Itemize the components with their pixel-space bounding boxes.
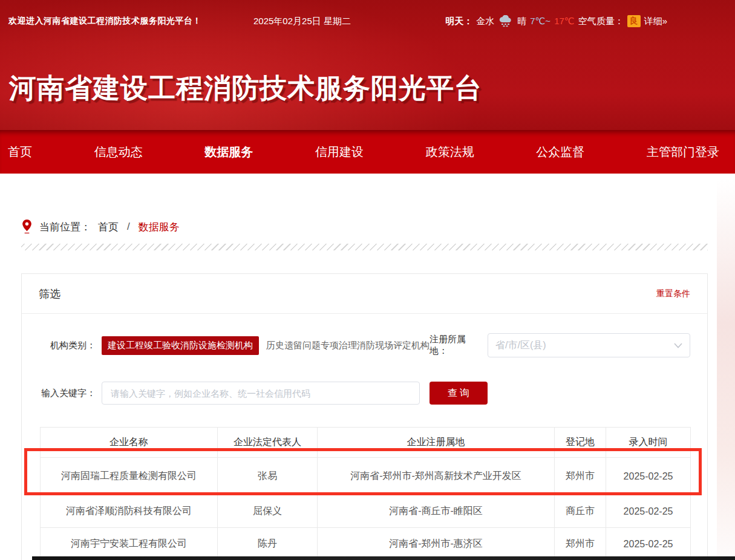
welcome-text: 欢迎进入河南省建设工程消防技术服务阳光平台！ bbox=[8, 16, 201, 27]
aqi-badge: 良 bbox=[627, 15, 641, 27]
category-chip-selected[interactable]: 建设工程竣工验收消防设施检测机构 bbox=[102, 336, 259, 355]
cell-entry-date: 2025-02-25 bbox=[606, 458, 691, 495]
col-company-name: 企业名称 bbox=[41, 428, 218, 458]
search-button[interactable]: 查 询 bbox=[430, 382, 488, 405]
keyword-input[interactable] bbox=[102, 382, 420, 405]
col-registered-region: 企业注册属地 bbox=[318, 428, 555, 458]
region-label: 注册所属地： bbox=[430, 334, 482, 357]
cell-company-name: 河南宇宁安装工程有限公司 bbox=[41, 528, 218, 560]
breadcrumb-label: 当前位置： bbox=[39, 220, 91, 234]
cell-registered-region: 河南省-商丘市-睢阳区 bbox=[318, 495, 555, 528]
company-table: 企业名称 企业法定代表人 企业注册属地 登记地 录入时间 河南固瑞工程质量检测有… bbox=[40, 427, 691, 560]
weather-detail-link[interactable]: 详细» bbox=[644, 16, 667, 27]
keyword-filter-row: 输入关键字： 查 询 bbox=[22, 382, 690, 405]
filter-title: 筛选 bbox=[39, 287, 60, 301]
category-chip-unselected[interactable]: 历史遗留问题专项治理消防现场评定机构 bbox=[266, 340, 430, 351]
region-select-placeholder: 省/市/区(县) bbox=[495, 339, 674, 352]
top-bar: 欢迎进入河南省建设工程消防技术服务阳光平台！ 2025年02月25日 星期二 明… bbox=[0, 0, 735, 42]
date-text: 2025年02月25日 星期二 bbox=[253, 16, 351, 27]
table-row: 河南固瑞工程质量检测有限公司 张易 河南省-郑州市-郑州高新技术产业开发区 郑州… bbox=[41, 458, 691, 495]
nav-item-admin-login[interactable]: 主管部门登录 bbox=[647, 144, 719, 160]
col-registration-place: 登记地 bbox=[555, 428, 606, 458]
cell-registration-place: 商丘市 bbox=[555, 495, 606, 528]
cell-legal-representative: 陈丹 bbox=[218, 528, 318, 560]
right-edge-gradient bbox=[717, 178, 735, 560]
weather-tomorrow-label: 明天： bbox=[445, 16, 472, 27]
hatch-divider bbox=[21, 244, 708, 250]
cell-entry-date: 2025-02-25 bbox=[606, 528, 691, 560]
nav-item-news[interactable]: 信息动态 bbox=[94, 144, 143, 160]
temp-high: 17℃ bbox=[554, 16, 575, 27]
nav-item-home[interactable]: 首页 bbox=[8, 144, 32, 160]
filter-panel-header: 筛选 重置条件 bbox=[22, 274, 707, 314]
cell-registration-place: 郑州市 bbox=[555, 458, 606, 495]
table-row: 河南宇宁安装工程有限公司 陈丹 河南省-郑州市-惠济区 郑州市 2025-02-… bbox=[41, 528, 691, 560]
temp-low: 7℃~ bbox=[530, 16, 550, 27]
breadcrumb-home-link[interactable]: 首页 bbox=[98, 220, 119, 234]
cell-legal-representative: 张易 bbox=[218, 458, 318, 495]
location-pin-icon bbox=[22, 219, 32, 235]
weather-condition: 晴 bbox=[517, 16, 526, 27]
filter-panel: 筛选 重置条件 机构类别： 建设工程竣工验收消防设施检测机构 历史遗留问题专项治… bbox=[21, 273, 708, 560]
cell-entry-date: 2025-02-25 bbox=[606, 495, 691, 528]
category-label: 机构类别： bbox=[22, 340, 96, 351]
cell-registered-region: 河南省-郑州市-惠济区 bbox=[318, 528, 555, 560]
col-entry-date: 录入时间 bbox=[606, 428, 691, 458]
nav-item-credit[interactable]: 信用建设 bbox=[315, 144, 364, 160]
cell-company-name: 河南固瑞工程质量检测有限公司 bbox=[41, 458, 218, 495]
table-row: 河南省泽顺消防科技有限公司 屈保义 河南省-商丘市-睢阳区 商丘市 2025-0… bbox=[41, 495, 691, 528]
nav-item-data-service[interactable]: 数据服务 bbox=[204, 144, 253, 160]
chevron-down-icon bbox=[674, 343, 682, 348]
category-filter-row: 机构类别： 建设工程竣工验收消防设施检测机构 历史遗留问题专项治理消防现场评定机… bbox=[22, 333, 690, 357]
cloud-icon bbox=[498, 15, 514, 27]
breadcrumb-separator: / bbox=[127, 221, 130, 233]
nav-item-policy[interactable]: 政策法规 bbox=[426, 144, 474, 160]
reset-filters-link[interactable]: 重置条件 bbox=[656, 288, 690, 299]
site-title: 河南省建设工程消防技术服务阳光平台 bbox=[9, 70, 482, 106]
bottom-dark-strip bbox=[32, 556, 735, 560]
weather-district: 金水 bbox=[476, 16, 494, 27]
page: 欢迎进入河南省建设工程消防技术服务阳光平台！ 2025年02月25日 星期二 明… bbox=[0, 0, 735, 560]
cell-registered-region: 河南省-郑州市-郑州高新技术产业开发区 bbox=[318, 458, 555, 495]
weather-widget: 明天： 金水 晴 7℃~ 17℃ 空气质量： 良 详 bbox=[445, 15, 667, 27]
cell-registration-place: 郑州市 bbox=[555, 528, 606, 560]
breadcrumb: 当前位置： 首页 / 数据服务 bbox=[22, 219, 180, 235]
region-select[interactable]: 省/市/区(县) bbox=[488, 333, 690, 357]
breadcrumb-current[interactable]: 数据服务 bbox=[139, 220, 180, 234]
aqi-label: 空气质量： bbox=[578, 16, 624, 27]
header-banner: 欢迎进入河南省建设工程消防技术服务阳光平台！ 2025年02月25日 星期二 明… bbox=[0, 0, 735, 130]
main-nav: 首页 信息动态 数据服务 信用建设 政策法规 公众监督 主管部门登录 bbox=[0, 130, 735, 174]
keyword-label: 输入关键字： bbox=[22, 388, 96, 399]
nav-item-public-supervision[interactable]: 公众监督 bbox=[536, 144, 584, 160]
cell-legal-representative: 屈保义 bbox=[218, 495, 318, 528]
cell-company-name: 河南省泽顺消防科技有限公司 bbox=[41, 495, 218, 528]
table-header-row: 企业名称 企业法定代表人 企业注册属地 登记地 录入时间 bbox=[41, 428, 691, 458]
col-legal-representative: 企业法定代表人 bbox=[218, 428, 318, 458]
